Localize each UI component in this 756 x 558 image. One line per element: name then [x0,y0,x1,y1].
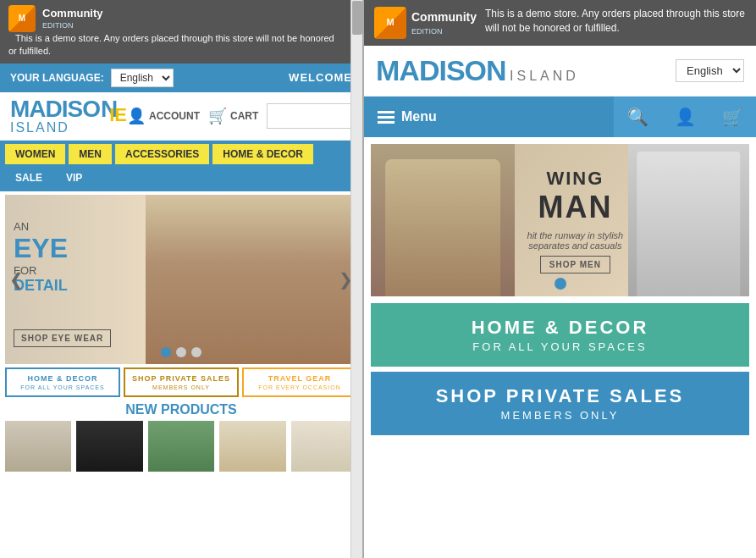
nav-item-accessories[interactable]: ACCESSORIES [115,144,209,164]
search-box: 🔍 [267,103,364,129]
right-mobile-nav: Menu 🔍 👤 🛒 [364,97,756,137]
shop-men-button[interactable]: SHOP MEN [540,256,610,273]
right-promo-section: HOME & DECOR FOR ALL YOUR SPACES SHOP PR… [371,303,749,435]
right-cart-button[interactable]: 🛒 [709,97,756,137]
wing-label: WING [546,168,604,190]
left-hero-banner: AN EYE FOR DETAIL SHOP EYE WEAR ❮ ❯ [5,195,357,364]
right-panel: M Community EDITION This is a demo store… [364,0,756,558]
right-demo-banner: M Community EDITION This is a demo store… [364,0,756,46]
left-header: MADIS ON IE ISLAND 👤 ACCOUNT 🛒 CART 🔍 [0,92,362,141]
product-thumb-3[interactable] [148,421,214,472]
cart-icon: 🛒 [722,107,743,127]
menu-button[interactable]: Menu [364,99,450,135]
account-icon: 👤 [675,107,696,127]
banner-dots [161,347,201,357]
nav-icons: 🔍 👤 🛒 [614,97,756,137]
wing-dot-1[interactable] [555,278,566,290]
right-promo-private[interactable]: SHOP PRIVATE SALES MEMBERS ONLY [371,372,749,435]
wing-dots [555,278,566,290]
new-products-title: NEW PRODUCTS [5,402,357,417]
nav-item-vip[interactable]: VIP [56,168,92,188]
right-account-button[interactable]: 👤 [661,97,709,137]
right-logo-area: M Community EDITION [374,7,477,39]
right-wing-banner: WING MAN hit the runway in stylish separ… [371,144,749,296]
brand-ie-mark: IE [109,106,127,124]
products-row [5,421,357,472]
dot-3[interactable] [191,347,201,357]
account-button[interactable]: 👤 ACCOUNT [127,107,200,125]
left-brand: MADIS ON IE ISLAND [10,97,127,135]
right-magento-icon: M [374,7,406,39]
left-promo-travel[interactable]: TRAVEL GEAR FOR EVERY OCCASION [242,367,357,397]
shop-eyewear-button[interactable]: SHOP EYE WEAR [14,329,111,347]
left-demo-banner: M Community EDITION This is a demo store… [0,0,362,64]
right-brand-madison: MADISON [376,54,506,86]
product-thumb-4[interactable] [219,421,285,472]
right-promo-home-title: HOME & DECOR [472,317,649,339]
right-brand-island: ISLAND [510,69,579,83]
right-brand: MADISON ISLAND [376,54,579,87]
right-language-select[interactable]: English [676,59,744,82]
left-magento-icon: M [8,5,36,32]
wing-left-model [371,144,515,296]
nav-item-sale[interactable]: SALE [5,168,52,188]
right-search-button[interactable]: 🔍 [614,97,661,137]
banner-woman-image [146,195,357,364]
product-thumb-1[interactable] [5,421,71,472]
left-promo-home[interactable]: HOME & DECOR FOR ALL YOUR SPACES [5,367,120,397]
brand-madison: MADIS [10,97,82,121]
left-promo-private[interactable]: SHOP PRIVATE SALES MEMBERS ONLY [124,367,239,397]
left-promo-row: HOME & DECOR FOR ALL YOUR SPACES SHOP PR… [5,367,357,397]
nav-item-home-decor[interactable]: HOME & DECOR [212,144,313,164]
hamburger-icon [378,111,395,124]
left-scrollbar[interactable] [350,0,362,558]
account-icon: 👤 [127,107,146,125]
right-community-text: Community EDITION [411,9,477,36]
new-products-section: NEW PRODUCTS [5,402,357,472]
left-panel: M Community EDITION This is a demo store… [0,0,364,558]
left-community-text: Community EDITION [42,7,103,30]
your-language-label: YOUR LANGUAGE: [10,72,104,84]
cart-button[interactable]: 🛒 CART [208,107,258,125]
right-header: MADISON ISLAND English [364,46,756,97]
nav-item-women[interactable]: WOMEN [5,144,65,164]
left-lang-bar: YOUR LANGUAGE: English WELCOME [0,64,362,92]
scroll-thumb[interactable] [352,1,362,35]
right-promo-private-sub: MEMBERS ONLY [501,409,620,422]
nav-item-men[interactable]: MEN [69,144,112,164]
wing-right-model [628,144,749,296]
left-header-right: 👤 ACCOUNT 🛒 CART 🔍 [127,103,364,129]
right-promo-private-title: SHOP PRIVATE SALES [436,385,685,407]
banner-prev-arrow[interactable]: ❮ [9,269,24,290]
product-thumb-2[interactable] [76,421,142,472]
right-promo-home[interactable]: HOME & DECOR FOR ALL YOUR SPACES [371,303,749,367]
welcome-text: WELCOME [289,71,352,84]
cart-icon: 🛒 [208,107,227,125]
wing-desc: hit the runway in stylish separates and … [515,230,636,251]
left-nav: WOMEN MEN ACCESSORIES HOME & DECOR SALE … [0,141,362,191]
wing-man-label: MAN [538,190,612,225]
right-promo-home-sub: FOR ALL YOUR SPACES [472,340,647,353]
product-thumb-5[interactable] [291,421,357,472]
search-input[interactable] [268,104,364,128]
dot-1[interactable] [161,347,171,357]
left-language-select[interactable]: English [111,69,174,87]
dot-2[interactable] [176,347,186,357]
wing-center-text: WING MAN hit the runway in stylish separ… [515,144,636,296]
search-icon: 🔍 [627,107,648,127]
